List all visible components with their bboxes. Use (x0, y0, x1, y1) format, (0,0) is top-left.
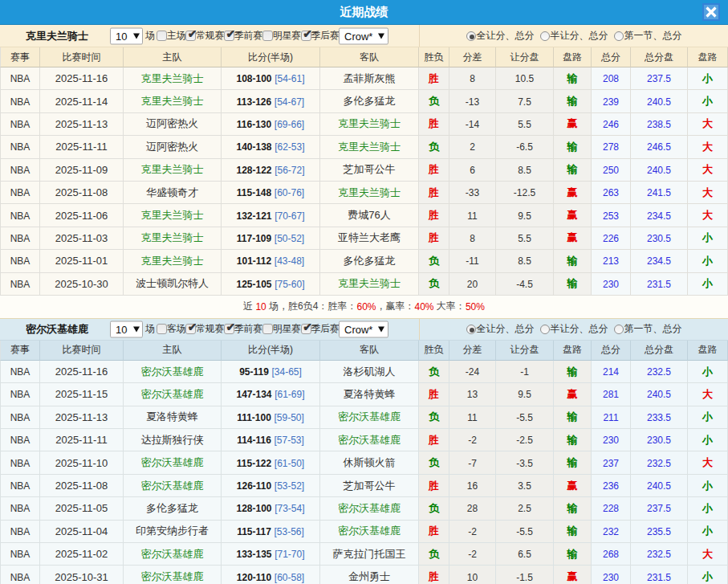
home-team-cell-text: 密尔沃基雄鹿 (141, 480, 204, 492)
over-under-cell: 大 (688, 204, 728, 227)
half-score: [61-50] (275, 458, 304, 469)
home-team-cell-text: 迈阿密热火 (146, 117, 198, 129)
result-cell: 胜 (419, 521, 449, 543)
filter-label: 季前赛 (234, 29, 262, 43)
filter-季后赛[interactable]: ✔季后赛 (301, 322, 340, 336)
column-header: 盘路 (688, 47, 728, 67)
total-points-cell: 250 (592, 159, 631, 182)
games-count-select[interactable]: 10 (110, 321, 143, 337)
summary-stat-value: 60% (356, 301, 376, 312)
league-cell-text: NBA (10, 526, 31, 537)
games-unit-label: 场 (145, 25, 155, 47)
final-score: 117-109 (237, 233, 271, 244)
radio-全让分、总分[interactable]: 全让分、总分 (466, 322, 535, 336)
filter-常规赛[interactable]: ✔常规赛 (185, 29, 224, 43)
total-points-cell-text: 250 (603, 165, 619, 176)
final-score: 115-122 (237, 458, 271, 469)
point-diff-cell: -14 (449, 113, 496, 136)
away-team-cell-text: 芝加哥公牛 (344, 163, 396, 175)
away-team-cell-text: 密尔沃基雄鹿 (338, 434, 401, 446)
total-points-cell: 228 (592, 497, 631, 520)
over-under-cell-text: 小 (702, 231, 713, 243)
total-points-cell-text: 213 (603, 255, 619, 267)
handicap-result-cell: 输 (554, 273, 592, 296)
league-cell-text: NBA (10, 73, 31, 84)
away-team-cell: 夏洛特黄蜂 (320, 383, 419, 406)
radio-selected[interactable] (466, 31, 476, 41)
total-points-cell: 253 (592, 204, 631, 227)
final-score: 111-100 (237, 412, 271, 423)
point-diff-cell-text: 11 (467, 210, 477, 222)
handicap-result-cell: 赢 (554, 204, 592, 227)
source-select[interactable]: Crow* (339, 27, 388, 44)
date-cell-text: 2025-10-30 (55, 278, 108, 290)
handicap-result-cell-text: 赢 (567, 480, 578, 492)
source-select[interactable]: Crow* (339, 321, 388, 337)
filter-客场[interactable]: ✔客场 (157, 322, 185, 336)
checkbox-unchecked[interactable]: ✔ (157, 31, 167, 41)
point-diff-cell: -7 (449, 451, 496, 474)
total-line-cell-text: 234.5 (647, 255, 671, 267)
radio-label: 第一节、总分 (624, 322, 682, 336)
date-cell-text: 2025-11-11 (55, 141, 108, 153)
radio-label: 全让分、总分 (477, 322, 535, 336)
radio-半让分、总分[interactable]: 半让分、总分 (540, 322, 608, 336)
result-cell-text: 负 (429, 95, 439, 107)
date-cell: 2025-11-13 (40, 113, 124, 136)
handicap-line-cell-text: 5.5 (518, 119, 531, 130)
home-team-cell-text: 密尔沃基雄鹿 (141, 366, 204, 378)
column-header: 客队 (320, 341, 419, 361)
radio-半让分、总分[interactable]: 半让分、总分 (540, 29, 608, 43)
half-score: [50-52] (275, 233, 304, 244)
checkbox-checked[interactable]: ✔ (224, 324, 234, 334)
radio-selected[interactable] (466, 325, 476, 334)
home-team-cell: 密尔沃基雄鹿 (124, 383, 222, 406)
home-team-cell: 克里夫兰骑士 (124, 227, 222, 250)
checkbox-checked[interactable]: ✔ (301, 324, 311, 334)
checkbox-checked[interactable]: ✔ (224, 31, 234, 41)
check-icon: ✔ (303, 28, 312, 39)
league-cell: NBA (0, 273, 40, 296)
over-under-cell-text: 大 (702, 388, 713, 400)
games-count-select[interactable]: 10 (110, 27, 143, 44)
radio-unselected[interactable] (540, 325, 550, 334)
total-line-cell: 234.5 (631, 204, 688, 227)
game-row: NBA2025-11-08密尔沃基雄鹿126-110 [53-52]芝加哥公牛胜… (0, 475, 728, 497)
date-cell: 2025-11-08 (40, 182, 124, 204)
checkbox-checked[interactable]: ✔ (185, 324, 196, 334)
close-button[interactable] (702, 3, 720, 21)
checkbox-unchecked[interactable]: ✔ (262, 31, 273, 41)
checkbox-checked[interactable]: ✔ (301, 31, 311, 41)
away-team-cell-text: 克里夫兰骑士 (338, 141, 401, 153)
total-line-cell: 234.5 (631, 250, 688, 272)
filter-季后赛[interactable]: ✔季后赛 (301, 29, 340, 43)
checkbox-unchecked[interactable]: ✔ (157, 324, 167, 334)
handicap-line-cell-text: -4.5 (516, 279, 533, 290)
radio-第一节、总分[interactable]: 第一节、总分 (614, 29, 682, 43)
handicap-result-cell: 赢 (554, 383, 592, 406)
handicap-result-cell: 输 (554, 159, 592, 182)
handicap-result-cell: 赢 (554, 566, 592, 584)
filter-季前赛[interactable]: ✔季前赛 (224, 29, 262, 43)
handicap-result-cell: 输 (554, 497, 592, 520)
filter-季前赛[interactable]: ✔季前赛 (224, 322, 262, 336)
checkbox-unchecked[interactable]: ✔ (262, 324, 273, 334)
filter-主场[interactable]: ✔主场 (157, 29, 185, 43)
away-team-cell: 洛杉矶湖人 (320, 361, 419, 383)
checkbox-checked[interactable]: ✔ (185, 31, 196, 41)
radio-unselected[interactable] (614, 31, 624, 41)
filter-常规赛[interactable]: ✔常规赛 (185, 322, 224, 336)
filter-明星赛[interactable]: ✔明星赛 (262, 29, 301, 43)
over-under-cell: 小 (688, 90, 728, 112)
home-team-cell: 夏洛特黄蜂 (124, 406, 222, 429)
radio-全让分、总分[interactable]: 全让分、总分 (466, 29, 535, 43)
handicap-result-cell: 输 (554, 429, 592, 451)
score-cell: 114-116 [57-53] (222, 429, 320, 451)
radio-unselected[interactable] (540, 31, 550, 41)
radio-unselected[interactable] (614, 325, 624, 334)
filter-明星赛[interactable]: ✔明星赛 (262, 322, 301, 336)
league-cell-text: NBA (10, 549, 31, 560)
radio-第一节、总分[interactable]: 第一节、总分 (614, 322, 682, 336)
handicap-result-cell: 输 (554, 67, 592, 90)
handicap-line-cell-text: -3.5 (516, 458, 533, 469)
